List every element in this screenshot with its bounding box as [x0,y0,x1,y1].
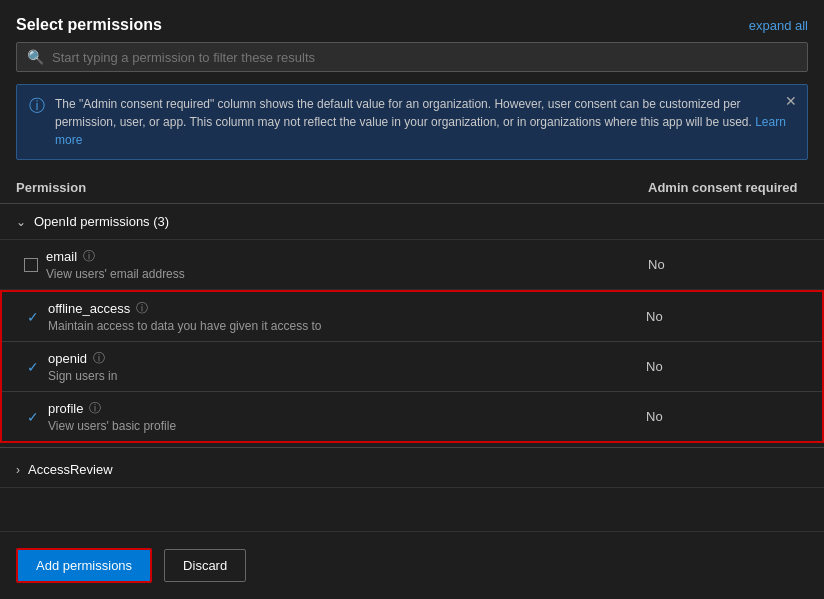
openid-admin-value: No [646,359,806,374]
profile-description: View users' basic profile [48,419,646,433]
email-description: View users' email address [46,267,648,281]
permission-column-header: Permission [16,180,648,195]
permission-row-email: email ⓘ View users' email address No [0,240,824,290]
checkmark-icon: ✓ [27,309,39,325]
email-name: email [46,249,77,264]
permission-row-profile: ✓ profile ⓘ View users' basic profile No [2,392,822,441]
search-input[interactable] [52,50,797,65]
profile-name: profile [48,401,83,416]
panel-header: Select permissions expand all [0,0,824,42]
selected-permissions-group: ✓ offline_access ⓘ Maintain access to da… [0,290,824,443]
profile-info: profile ⓘ View users' basic profile [48,400,646,433]
add-permissions-button[interactable]: Add permissions [16,548,152,583]
profile-admin-value: No [646,409,806,424]
info-banner: ⓘ The "Admin consent required" column sh… [16,84,808,160]
checkmark-icon: ✓ [27,409,39,425]
offline-access-description: Maintain access to data you have given i… [48,319,646,333]
email-checkbox[interactable] [24,258,38,272]
discard-button[interactable]: Discard [164,549,246,582]
admin-consent-column-header: Admin consent required [648,180,808,195]
permission-row-offline-access: ✓ offline_access ⓘ Maintain access to da… [2,292,822,342]
expand-all-link[interactable]: expand all [749,18,808,33]
openid-name: openid [48,351,87,366]
offline-access-name: offline_access [48,301,130,316]
chevron-down-icon: ⌄ [16,215,26,229]
group-accessreview-header[interactable]: › AccessReview [0,452,824,488]
checkbox-openid[interactable]: ✓ [18,359,48,375]
offline-access-info-icon[interactable]: ⓘ [136,300,148,317]
openid-info-icon[interactable]: ⓘ [93,350,105,367]
offline-access-info: offline_access ⓘ Maintain access to data… [48,300,646,333]
search-bar: 🔍 [16,42,808,72]
openid-info: openid ⓘ Sign users in [48,350,646,383]
offline-access-admin-value: No [646,309,806,324]
permission-row-openid: ✓ openid ⓘ Sign users in No [2,342,822,392]
info-icon: ⓘ [29,96,45,117]
email-admin-value: No [648,257,808,272]
panel-title: Select permissions [16,16,162,34]
permissions-list: ⌄ OpenId permissions (3) email ⓘ View us… [0,204,824,531]
checkbox-offline-access[interactable]: ✓ [18,309,48,325]
footer: Add permissions Discard [0,531,824,599]
group-openid-label: OpenId permissions (3) [34,214,169,229]
divider [0,447,824,448]
email-info-icon[interactable]: ⓘ [83,248,95,265]
table-header: Permission Admin consent required [0,172,824,204]
search-icon: 🔍 [27,49,44,65]
checkbox-profile[interactable]: ✓ [18,409,48,425]
group-openid-header[interactable]: ⌄ OpenId permissions (3) [0,204,824,240]
select-permissions-panel: Select permissions expand all 🔍 ⓘ The "A… [0,0,824,599]
email-info: email ⓘ View users' email address [46,248,648,281]
checkbox-email[interactable] [16,258,46,272]
group-accessreview-label: AccessReview [28,462,113,477]
profile-info-icon[interactable]: ⓘ [89,400,101,417]
close-icon[interactable]: ✕ [785,93,797,109]
chevron-right-icon: › [16,463,20,477]
openid-description: Sign users in [48,369,646,383]
info-text: The "Admin consent required" column show… [55,95,795,149]
checkmark-icon: ✓ [27,359,39,375]
